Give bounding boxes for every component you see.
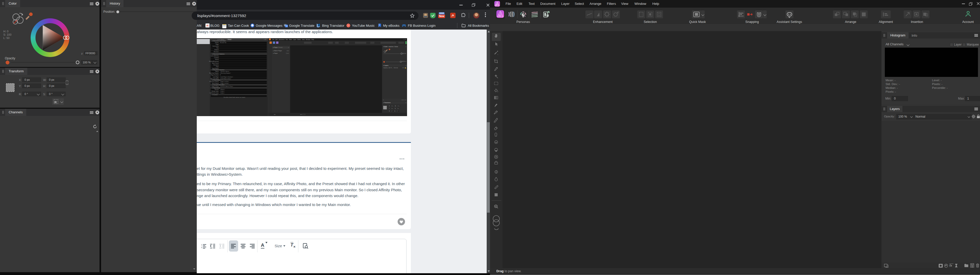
svg-text:2: 2 [201,246,202,248]
svg-text:1: 1 [201,244,202,246]
svg-text:文: 文 [286,25,288,27]
svg-text:G: G [284,24,286,26]
